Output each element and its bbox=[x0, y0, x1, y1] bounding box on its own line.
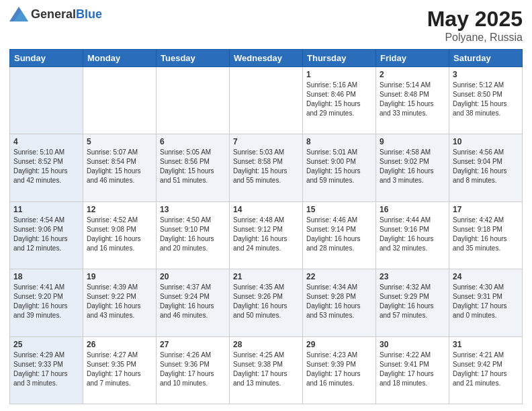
day-info: Sunrise: 4:54 AM Sunset: 9:06 PM Dayligh… bbox=[13, 216, 79, 253]
day-number: 23 bbox=[380, 272, 445, 281]
header: GeneralBlue May 2025 Polyane, Russia bbox=[9, 7, 523, 44]
day-number: 31 bbox=[453, 340, 519, 349]
day-info: Sunrise: 4:58 AM Sunset: 9:02 PM Dayligh… bbox=[380, 148, 445, 185]
day-info: Sunrise: 4:21 AM Sunset: 9:42 PM Dayligh… bbox=[453, 351, 519, 388]
day-number: 16 bbox=[380, 205, 445, 214]
calendar-location: Polyane, Russia bbox=[427, 32, 523, 44]
day-number: 25 bbox=[13, 340, 79, 349]
day-number: 7 bbox=[233, 137, 299, 146]
day-number: 17 bbox=[453, 205, 519, 214]
calendar-cell bbox=[83, 67, 157, 134]
day-info: Sunrise: 4:50 AM Sunset: 9:10 PM Dayligh… bbox=[160, 216, 226, 253]
title-block: May 2025 Polyane, Russia bbox=[427, 7, 523, 44]
calendar-cell: 22Sunrise: 4:34 AM Sunset: 9:28 PM Dayli… bbox=[303, 269, 376, 336]
day-number: 20 bbox=[160, 272, 226, 281]
day-number: 28 bbox=[233, 340, 299, 349]
day-number: 29 bbox=[306, 340, 372, 349]
day-info: Sunrise: 4:56 AM Sunset: 9:04 PM Dayligh… bbox=[453, 148, 519, 185]
calendar-table: Sunday Monday Tuesday Wednesday Thursday… bbox=[9, 49, 523, 404]
day-number: 21 bbox=[233, 272, 299, 281]
calendar-cell: 7Sunrise: 5:03 AM Sunset: 8:58 PM Daylig… bbox=[230, 134, 303, 201]
col-monday: Monday bbox=[83, 50, 157, 67]
day-info: Sunrise: 5:10 AM Sunset: 8:52 PM Dayligh… bbox=[13, 148, 79, 185]
calendar-cell: 9Sunrise: 4:58 AM Sunset: 9:02 PM Daylig… bbox=[376, 134, 449, 201]
calendar-cell: 31Sunrise: 4:21 AM Sunset: 9:42 PM Dayli… bbox=[449, 336, 523, 404]
calendar-cell: 25Sunrise: 4:29 AM Sunset: 9:33 PM Dayli… bbox=[10, 336, 83, 404]
day-number: 11 bbox=[13, 205, 79, 214]
calendar-cell: 27Sunrise: 4:26 AM Sunset: 9:36 PM Dayli… bbox=[157, 336, 230, 404]
day-number: 9 bbox=[380, 137, 445, 146]
day-number: 18 bbox=[13, 272, 79, 281]
calendar-week-1: 1Sunrise: 5:16 AM Sunset: 8:46 PM Daylig… bbox=[10, 67, 523, 134]
calendar-cell: 30Sunrise: 4:22 AM Sunset: 9:41 PM Dayli… bbox=[376, 336, 449, 404]
calendar-cell: 4Sunrise: 5:10 AM Sunset: 8:52 PM Daylig… bbox=[10, 134, 83, 201]
calendar-cell: 29Sunrise: 4:23 AM Sunset: 9:39 PM Dayli… bbox=[303, 336, 376, 404]
calendar-cell: 21Sunrise: 4:35 AM Sunset: 9:26 PM Dayli… bbox=[230, 269, 303, 336]
day-info: Sunrise: 5:12 AM Sunset: 8:50 PM Dayligh… bbox=[453, 81, 519, 118]
day-info: Sunrise: 4:22 AM Sunset: 9:41 PM Dayligh… bbox=[380, 351, 445, 388]
calendar-cell: 19Sunrise: 4:39 AM Sunset: 9:22 PM Dayli… bbox=[83, 269, 157, 336]
day-number: 26 bbox=[87, 340, 152, 349]
day-info: Sunrise: 5:16 AM Sunset: 8:46 PM Dayligh… bbox=[306, 81, 372, 118]
col-saturday: Saturday bbox=[449, 50, 523, 67]
logo-blue: Blue bbox=[76, 7, 102, 21]
day-number: 27 bbox=[160, 340, 226, 349]
day-number: 13 bbox=[160, 205, 226, 214]
day-info: Sunrise: 5:01 AM Sunset: 9:00 PM Dayligh… bbox=[306, 148, 372, 185]
day-info: Sunrise: 4:41 AM Sunset: 9:20 PM Dayligh… bbox=[13, 283, 79, 320]
calendar-week-3: 11Sunrise: 4:54 AM Sunset: 9:06 PM Dayli… bbox=[10, 201, 523, 269]
day-info: Sunrise: 4:34 AM Sunset: 9:28 PM Dayligh… bbox=[306, 283, 372, 320]
day-number: 10 bbox=[453, 137, 519, 146]
day-info: Sunrise: 4:52 AM Sunset: 9:08 PM Dayligh… bbox=[87, 216, 152, 253]
calendar-cell bbox=[157, 67, 230, 134]
calendar-cell: 12Sunrise: 4:52 AM Sunset: 9:08 PM Dayli… bbox=[83, 201, 157, 269]
day-number: 4 bbox=[13, 137, 79, 146]
calendar-cell: 26Sunrise: 4:27 AM Sunset: 9:35 PM Dayli… bbox=[83, 336, 157, 404]
calendar-cell: 10Sunrise: 4:56 AM Sunset: 9:04 PM Dayli… bbox=[449, 134, 523, 201]
calendar-cell: 24Sunrise: 4:30 AM Sunset: 9:31 PM Dayli… bbox=[449, 269, 523, 336]
col-tuesday: Tuesday bbox=[157, 50, 230, 67]
day-number: 19 bbox=[87, 272, 152, 281]
day-number: 2 bbox=[380, 70, 445, 79]
calendar-week-4: 18Sunrise: 4:41 AM Sunset: 9:20 PM Dayli… bbox=[10, 269, 523, 336]
day-number: 12 bbox=[87, 205, 152, 214]
day-info: Sunrise: 4:25 AM Sunset: 9:38 PM Dayligh… bbox=[233, 351, 299, 388]
day-info: Sunrise: 4:46 AM Sunset: 9:14 PM Dayligh… bbox=[306, 216, 372, 253]
calendar-title: May 2025 bbox=[427, 7, 523, 32]
calendar-cell: 2Sunrise: 5:14 AM Sunset: 8:48 PM Daylig… bbox=[376, 67, 449, 134]
calendar-cell: 11Sunrise: 4:54 AM Sunset: 9:06 PM Dayli… bbox=[10, 201, 83, 269]
col-friday: Friday bbox=[376, 50, 449, 67]
day-number: 6 bbox=[160, 137, 226, 146]
logo: GeneralBlue bbox=[9, 7, 102, 21]
col-wednesday: Wednesday bbox=[230, 50, 303, 67]
calendar-cell: 15Sunrise: 4:46 AM Sunset: 9:14 PM Dayli… bbox=[303, 201, 376, 269]
calendar-cell: 17Sunrise: 4:42 AM Sunset: 9:18 PM Dayli… bbox=[449, 201, 523, 269]
calendar-cell: 16Sunrise: 4:44 AM Sunset: 9:16 PM Dayli… bbox=[376, 201, 449, 269]
col-thursday: Thursday bbox=[303, 50, 376, 67]
day-info: Sunrise: 4:23 AM Sunset: 9:39 PM Dayligh… bbox=[306, 351, 372, 388]
day-number: 30 bbox=[380, 340, 445, 349]
logo-general: General bbox=[31, 7, 76, 21]
day-info: Sunrise: 4:39 AM Sunset: 9:22 PM Dayligh… bbox=[87, 283, 152, 320]
calendar-cell bbox=[10, 67, 83, 134]
day-info: Sunrise: 4:48 AM Sunset: 9:12 PM Dayligh… bbox=[233, 216, 299, 253]
calendar-cell: 14Sunrise: 4:48 AM Sunset: 9:12 PM Dayli… bbox=[230, 201, 303, 269]
day-number: 14 bbox=[233, 205, 299, 214]
day-number: 5 bbox=[87, 137, 152, 146]
day-info: Sunrise: 4:42 AM Sunset: 9:18 PM Dayligh… bbox=[453, 216, 519, 253]
day-info: Sunrise: 4:37 AM Sunset: 9:24 PM Dayligh… bbox=[160, 283, 226, 320]
day-info: Sunrise: 5:05 AM Sunset: 8:56 PM Dayligh… bbox=[160, 148, 226, 185]
page: GeneralBlue May 2025 Polyane, Russia Sun… bbox=[0, 0, 532, 411]
day-info: Sunrise: 4:44 AM Sunset: 9:16 PM Dayligh… bbox=[380, 216, 445, 253]
logo-icon bbox=[9, 7, 28, 21]
day-info: Sunrise: 5:03 AM Sunset: 8:58 PM Dayligh… bbox=[233, 148, 299, 185]
calendar-cell: 8Sunrise: 5:01 AM Sunset: 9:00 PM Daylig… bbox=[303, 134, 376, 201]
day-info: Sunrise: 4:35 AM Sunset: 9:26 PM Dayligh… bbox=[233, 283, 299, 320]
calendar-cell: 5Sunrise: 5:07 AM Sunset: 8:54 PM Daylig… bbox=[83, 134, 157, 201]
day-number: 24 bbox=[453, 272, 519, 281]
col-sunday: Sunday bbox=[10, 50, 83, 67]
day-info: Sunrise: 4:26 AM Sunset: 9:36 PM Dayligh… bbox=[160, 351, 226, 388]
calendar-cell: 28Sunrise: 4:25 AM Sunset: 9:38 PM Dayli… bbox=[230, 336, 303, 404]
day-info: Sunrise: 5:07 AM Sunset: 8:54 PM Dayligh… bbox=[87, 148, 152, 185]
day-info: Sunrise: 4:29 AM Sunset: 9:33 PM Dayligh… bbox=[13, 351, 79, 388]
